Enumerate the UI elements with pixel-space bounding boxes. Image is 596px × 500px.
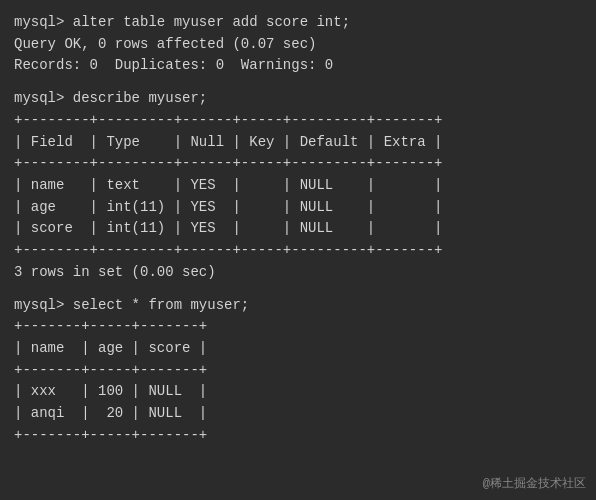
terminal-line-7: +--------+---------+------+-----+-------… bbox=[14, 153, 582, 175]
terminal-line-5: +--------+---------+------+-----+-------… bbox=[14, 110, 582, 132]
watermark: @稀土掘金技术社区 bbox=[483, 475, 586, 492]
terminal-line-10: | score | int(11) | YES | | NULL | | bbox=[14, 218, 582, 240]
terminal-line-4: mysql> describe myuser; bbox=[14, 88, 582, 110]
terminal-line-8: | name | text | YES | | NULL | | bbox=[14, 175, 582, 197]
terminal-line-14: mysql> select * from myuser; bbox=[14, 295, 582, 317]
terminal-line-3 bbox=[14, 77, 582, 88]
terminal-line-1: Query OK, 0 rows affected (0.07 sec) bbox=[14, 34, 582, 56]
terminal-line-11: +--------+---------+------+-----+-------… bbox=[14, 240, 582, 262]
terminal-line-15: +-------+-----+-------+ bbox=[14, 316, 582, 338]
terminal-line-0: mysql> alter table myuser add score int; bbox=[14, 12, 582, 34]
terminal-container: mysql> alter table myuser add score int;… bbox=[14, 12, 582, 446]
terminal-line-19: | anqi | 20 | NULL | bbox=[14, 403, 582, 425]
terminal-line-17: +-------+-----+-------+ bbox=[14, 360, 582, 382]
terminal-line-16: | name | age | score | bbox=[14, 338, 582, 360]
terminal-line-20: +-------+-----+-------+ bbox=[14, 425, 582, 447]
terminal-line-18: | xxx | 100 | NULL | bbox=[14, 381, 582, 403]
terminal-line-13 bbox=[14, 283, 582, 294]
terminal-line-6: | Field | Type | Null | Key | Default | … bbox=[14, 132, 582, 154]
terminal-line-9: | age | int(11) | YES | | NULL | | bbox=[14, 197, 582, 219]
terminal-line-2: Records: 0 Duplicates: 0 Warnings: 0 bbox=[14, 55, 582, 77]
terminal-line-12: 3 rows in set (0.00 sec) bbox=[14, 262, 582, 284]
